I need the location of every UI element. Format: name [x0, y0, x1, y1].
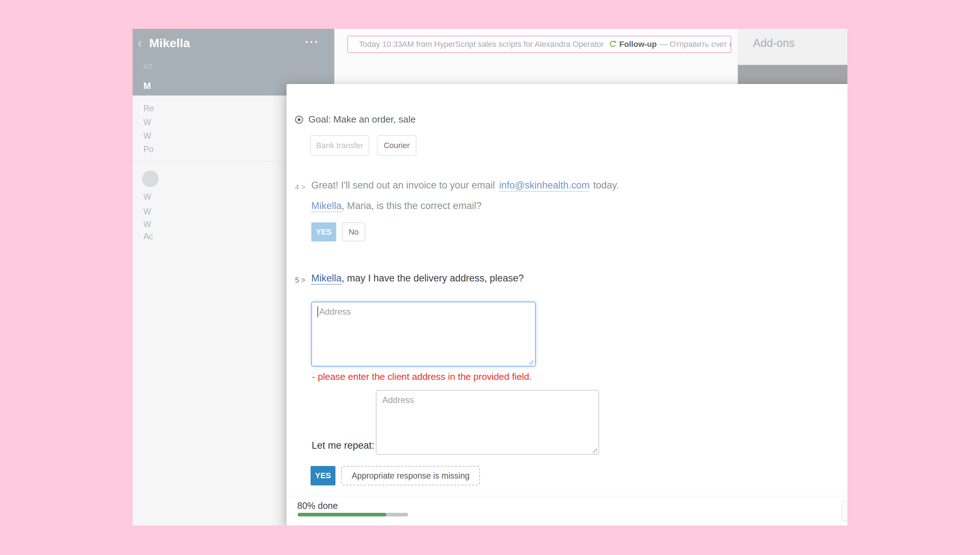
- followup-label: Follow-up: [619, 40, 657, 49]
- progress-label: 80% done: [297, 500, 338, 511]
- payment-options: Bank transfer Courier: [310, 135, 416, 156]
- step4-yes-button[interactable]: YES: [311, 222, 336, 241]
- sidebar-active-tab[interactable]: M: [143, 81, 151, 91]
- conversation-completed-button[interactable]: CONVERSATION IS COMPLETED: [842, 500, 847, 521]
- followup-meta: Today 10:33AM from HyperScript sales scr…: [359, 40, 604, 49]
- step5-yes-button[interactable]: YES: [311, 466, 335, 486]
- step5-question: , may I have the delivery address, pleas…: [341, 273, 524, 284]
- step4-line2: Mikella, Maria, is this the correct emai…: [311, 201, 619, 212]
- sidebar-field-label: W: [143, 131, 151, 141]
- step4-question: , Maria, is this the correct email?: [341, 201, 482, 211]
- bank-transfer-button[interactable]: Bank transfer: [310, 135, 369, 156]
- step-marker: 4 >: [295, 183, 305, 191]
- text-caret: [317, 306, 318, 317]
- sidebar-field-label: W: [143, 207, 151, 217]
- followup-note: — Отправить счет на: [660, 40, 732, 49]
- conversation-id: #2: [143, 62, 152, 71]
- app-window: ‹ Mikella ⋯ #2 M Re W W Po W W W Ac Toda…: [133, 29, 847, 525]
- goal-icon: [294, 115, 304, 125]
- repeat-address-field-wrap: [376, 390, 599, 455]
- goal-label: Goal: Make an order, sale: [308, 114, 416, 125]
- sidebar-field-label: Re: [143, 104, 154, 114]
- client-name-link[interactable]: Mikella: [311, 273, 341, 285]
- addons-banner: [738, 65, 847, 87]
- step5-answers: YES Appropriate response is missing: [311, 466, 480, 486]
- addons-title: Add-ons: [753, 37, 794, 50]
- dialog-footer: 80% done CONVERSATION IS COMPLETED: [287, 496, 847, 525]
- step4-line1: Great! I'll send out an invoice to your …: [311, 180, 619, 191]
- address-field-wrap: [311, 302, 536, 367]
- repeat-label: Let me repeat:: [312, 440, 374, 451]
- client-name-link[interactable]: Mikella: [311, 201, 341, 212]
- missing-response-button[interactable]: Appropriate response is missing: [341, 466, 480, 486]
- step-marker: 5 >: [295, 276, 305, 284]
- more-menu-icon[interactable]: ⋯: [304, 33, 319, 50]
- script-step-5: 5 > Mikella, may I have the delivery add…: [294, 273, 524, 284]
- back-icon[interactable]: ‹: [138, 35, 143, 51]
- avatar: [142, 170, 159, 187]
- repeat-address-input[interactable]: [376, 390, 599, 455]
- progress-fill: [298, 513, 386, 517]
- sidebar-field-label: W: [143, 192, 151, 202]
- sidebar-field-label: W: [143, 220, 151, 229]
- goal-row: Goal: Make an order, sale: [294, 114, 416, 125]
- progress-bar: [298, 513, 408, 517]
- refresh-icon: [608, 40, 618, 49]
- step4-text-after: today.: [593, 180, 619, 191]
- address-input[interactable]: [311, 302, 536, 367]
- script-dialog: Goal: Make an order, sale Bank transfer …: [287, 84, 847, 525]
- step4-answers: YES No: [311, 222, 619, 241]
- sidebar-field-label: Po: [143, 144, 154, 154]
- contact-name: Mikella: [149, 36, 190, 50]
- validation-error: - please enter the client address in the…: [312, 371, 532, 382]
- step4-no-button[interactable]: No: [342, 222, 365, 241]
- courier-button[interactable]: Courier: [377, 135, 416, 156]
- step4-text: Great! I'll send out an invoice to your …: [311, 180, 495, 191]
- followup-banner: Today 10:33AM from HyperScript sales scr…: [347, 36, 732, 53]
- step5-line: Mikella, may I have the delivery address…: [311, 273, 524, 284]
- sidebar-field-label: W: [143, 117, 151, 127]
- sidebar-field-label: Ac: [143, 232, 153, 241]
- email-link[interactable]: info@skinhealth.com: [499, 180, 589, 192]
- script-step-4: 4 > Great! I'll send out an invoice to y…: [294, 180, 619, 241]
